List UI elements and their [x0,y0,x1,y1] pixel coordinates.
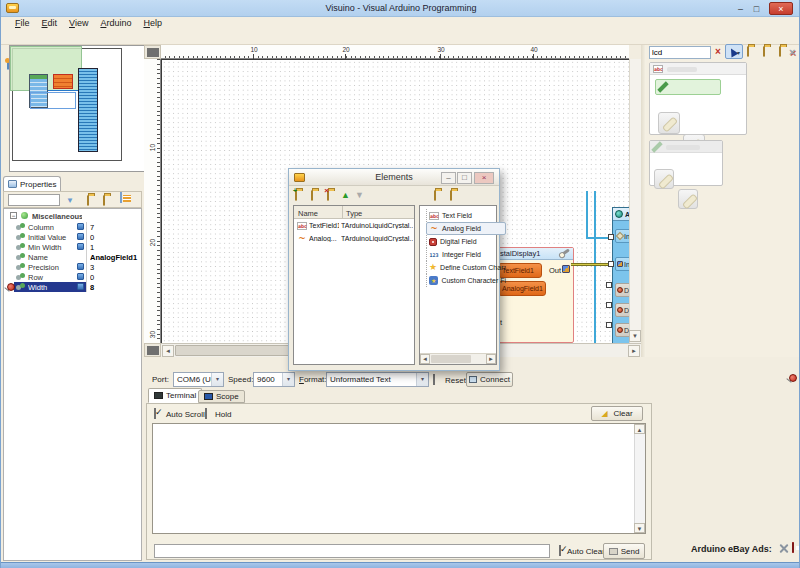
palette-item-analog-field[interactable]: Analog Field [426,222,506,235]
dialog-maximize-button[interactable]: □ [457,172,472,184]
new-folder-icon[interactable] [747,46,749,57]
property-expand-icon[interactable] [77,263,84,270]
ads-close-icon[interactable] [792,542,794,553]
property-value[interactable]: 3 [90,263,140,272]
clear-button[interactable]: Clear [591,406,643,421]
menu-view[interactable]: View [63,17,94,29]
move-down-icon[interactable]: ▼ [355,190,364,200]
pin-connector-square[interactable] [606,282,612,288]
property-expand-icon[interactable] [77,233,84,240]
board-pin-digital-1[interactable]: Di [615,283,629,297]
palette-item-custom-character-field[interactable]: Custom Character Fi [426,274,506,287]
reset-checkbox[interactable] [433,374,435,385]
list-header[interactable]: Name Type [294,206,414,219]
terminal-output[interactable]: ▲ ▼ [152,423,646,534]
categorized-view-icon[interactable] [120,192,122,203]
connect-button[interactable]: Connect [466,372,513,387]
property-value[interactable]: 0 [90,273,140,282]
palette-item-define-custom-character[interactable]: Define Custom Chara [426,261,506,274]
scrollbar-thumb[interactable] [431,355,471,363]
property-row-width-selected[interactable]: Width8 [4,282,141,292]
menu-edit[interactable]: Edit [36,17,64,29]
column-type[interactable]: Type [346,209,362,218]
dialog-title-bar[interactable]: Elements – □ × [289,169,499,186]
property-value[interactable]: AnalogField1 [90,253,140,262]
expand-palette-icon[interactable] [434,190,436,201]
format-combo-arrow[interactable]: ▾ [416,373,428,386]
board-pin-digital-3[interactable]: Di [615,323,629,337]
property-row-row[interactable]: Row0 [4,272,141,282]
terminal-scrollbar[interactable]: ▲ ▼ [634,424,645,533]
component-tile-lcd-1[interactable] [658,112,680,134]
component-lcd-display[interactable]: stalDisplay1 TextField1 Out AnalogField1… [496,247,574,343]
component-search-input[interactable] [649,46,711,59]
scroll-down-arrow[interactable]: ▼ [634,523,645,533]
board-pin-in-2[interactable]: In [615,257,629,271]
property-value[interactable]: 1 [90,243,140,252]
minimize-button[interactable]: – [734,4,747,15]
element-row-textfield[interactable]: TextField1 TArduinoLiquidCrystal... [294,219,414,232]
property-row-precision[interactable]: Precision3 [4,262,141,272]
expand-all-icon[interactable] [87,195,89,206]
palette-horizontal-scrollbar[interactable]: ◄ ► [420,353,496,364]
board-header[interactable]: A [613,208,629,221]
analog-out-pin-icon[interactable] [562,265,570,273]
wire-cyan-vertical-2[interactable] [594,191,596,343]
tab-properties[interactable]: Properties [3,176,61,191]
component-tile-lcd-3[interactable] [654,169,674,189]
close-button[interactable]: × [769,2,793,15]
collapse-palette-icon[interactable] [450,190,452,201]
wire-cyan-vertical-1[interactable] [586,191,588,239]
component-arduino-board[interactable]: A In In Di Di Di [612,207,629,343]
auto-clear-checkbox[interactable] [559,545,561,556]
close-panel-icon[interactable]: × [789,46,795,58]
property-group-row[interactable]: − Miscellaneous [4,211,141,221]
property-value[interactable]: 7 [90,223,140,232]
port-combo[interactable]: COM6 (Unava ▾ [173,372,224,387]
selected-group-strip[interactable] [655,79,721,95]
canvas-vertical-scrollbar[interactable]: ▼ [629,59,641,343]
elements-list[interactable]: Name Type TextField1 TArduinoLiquidCryst… [293,205,415,365]
scroll-down-arrow[interactable]: ▼ [629,330,641,342]
format-combo[interactable]: Unformatted Text ▾ [326,372,429,387]
filter-mode-button[interactable]: ▾ [725,44,743,59]
pin-connector-square[interactable] [606,302,612,308]
pin-connector-square[interactable] [608,261,614,267]
palette-item-text-field[interactable]: Text Field [426,209,506,222]
properties-filter-input[interactable] [8,194,60,206]
property-expand-icon[interactable] [77,273,84,280]
property-row-min-width[interactable]: Min Width1 [4,242,141,252]
maximize-button[interactable]: □ [750,4,763,15]
collapse-all-icon[interactable] [103,195,105,206]
delete-element-icon[interactable] [327,190,329,201]
pin-connector-square[interactable] [608,234,614,240]
property-row-name[interactable]: NameAnalogField1 [4,252,141,262]
menu-help[interactable]: Help [137,17,168,29]
property-row-column[interactable]: Column7 [4,222,141,232]
palette-item-digital-field[interactable]: Digital Field [426,235,506,248]
element-row-analog[interactable]: Analog... TArduinoLiquidCrystal... [294,232,414,245]
send-button[interactable]: Send [603,543,645,559]
column-name[interactable]: Name [298,209,318,218]
add-element-icon[interactable] [295,190,297,201]
scroll-up-arrow[interactable]: ▲ [634,424,645,434]
property-row-initial-value[interactable]: Initial Value0 [4,232,141,242]
component-card-lcd-i2c[interactable] [649,140,723,186]
tab-scope[interactable]: Scope [198,390,245,403]
filter-funnel-icon[interactable]: ▼ [66,196,74,205]
palette-list[interactable]: Text Field Analog Field Digital Field In… [419,205,497,365]
elements-dialog[interactable]: Elements – □ × ▲ ▼ Name Type TextField1 … [288,168,500,371]
port-combo-arrow[interactable]: ▾ [211,373,223,386]
dialog-minimize-button[interactable]: – [441,172,456,184]
tab-terminal[interactable]: Terminal [148,388,202,403]
scroll-right-arrow[interactable]: ► [628,345,640,357]
scroll-right-arrow[interactable]: ► [486,354,496,364]
pin-connector-square[interactable] [606,322,612,328]
send-input[interactable] [154,544,550,558]
scroll-left-arrow[interactable]: ◄ [420,354,430,364]
expand-folders-icon[interactable] [763,46,765,57]
collapse-folders-icon[interactable] [779,46,781,57]
collapse-group-icon[interactable]: − [10,212,17,219]
move-up-icon[interactable]: ▲ [341,190,350,200]
property-value[interactable]: 0 [90,233,140,242]
